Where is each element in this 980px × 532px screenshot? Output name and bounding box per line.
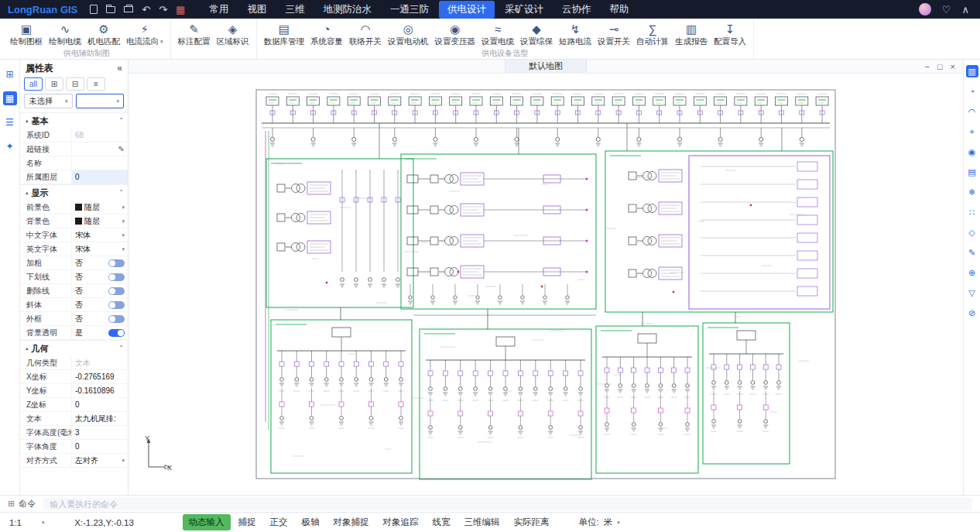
slash-icon[interactable]: ⊘ [966,307,978,319]
status-toggle-1[interactable]: 捕捉 [232,514,262,530]
locate-icon[interactable]: ⌖ [966,125,978,138]
open-folder-icon[interactable] [106,6,115,13]
property-value[interactable]: 是 [71,326,128,339]
property-value[interactable]: 随层▾ [71,215,128,228]
menu-tab-2[interactable]: 三维 [276,1,313,19]
property-value[interactable]: 否 [71,256,128,269]
add-circle-icon[interactable]: ⊕ [966,266,978,279]
menu-tab-0[interactable]: 常用 [200,1,237,19]
field-tab-icon[interactable]: ⊟ [66,77,84,91]
property-value[interactable]: -0.1610896 [71,384,128,397]
toggle-switch[interactable] [108,301,125,309]
cable-button[interactable]: ≈设置电缆 [478,21,517,48]
units-dropdown[interactable]: 单位: 米 ▾ [579,517,620,528]
property-value[interactable]: 否 [71,298,128,311]
print-icon[interactable] [124,6,133,12]
auto-calc-button[interactable]: ∑自动计算 [633,21,672,48]
edit-icon[interactable]: ✎ [118,145,125,153]
document-tab[interactable]: 默认地图 [505,60,587,74]
selection-dropdown[interactable]: 未选择 ▾ [24,94,73,108]
pages-icon[interactable]: ▥ [966,65,978,77]
maximize-icon[interactable]: □ [937,62,943,71]
property-value[interactable]: 3 [71,426,128,439]
form-tab-icon[interactable]: ⊞ [45,77,63,91]
property-value[interactable]: 宋体▾ [71,242,128,256]
property-value[interactable]: 否 [71,312,128,325]
transformer-button[interactable]: ◉设置变压器 [432,21,479,48]
section-header-1[interactable]: ▴显示ˆ [20,184,128,201]
command-input[interactable] [43,498,972,510]
property-value[interactable]: 太九机尾排: [71,412,128,425]
filter-dropdown[interactable]: ▾ [76,94,125,108]
collapse-panel-icon[interactable]: « [117,63,122,74]
pie-icon[interactable]: ◔ [966,85,978,98]
property-value[interactable]: 0 [71,440,128,453]
switch-button[interactable]: ⊸设置开关 [595,21,633,48]
status-toggle-7[interactable]: 三维编辑 [458,514,506,530]
motor-button[interactable]: ◎设置电动机 [385,21,432,48]
snowflake-icon[interactable]: ❄ [966,186,978,198]
property-value[interactable]: 否 [71,284,128,297]
toggle-switch[interactable] [108,287,125,295]
section-header-2[interactable]: ▴几何ˆ [20,340,128,356]
map-panel-icon[interactable]: ▦ [3,91,17,105]
gear-button[interactable]: ⚙机电匹配 [84,21,123,48]
palette-icon[interactable]: ▦ [176,5,185,15]
menu-tab-4[interactable]: 一通三防 [382,1,437,19]
menu-tab-5[interactable]: 供电设计 [439,1,495,19]
list-icon[interactable]: ☰ [3,115,17,129]
draw-cable-button[interactable]: ∿绘制电缆 [46,21,84,48]
status-toggle-5[interactable]: 对象追踪 [377,514,425,530]
menu-tab-7[interactable]: 云协作 [553,1,600,19]
menu-tab-8[interactable]: 帮助 [601,1,637,19]
property-value[interactable]: 否 [71,270,128,283]
import-button[interactable]: ↧配置导入 [711,21,749,48]
status-toggle-6[interactable]: 线宽 [427,514,457,530]
toggle-switch[interactable] [108,273,125,281]
record-icon[interactable]: ◉ [966,146,978,158]
status-toggle-3[interactable]: 极轴 [296,514,326,530]
status-toggle-4[interactable]: 对象捕捉 [327,514,375,530]
property-value[interactable]: 0 [71,170,128,184]
arc-icon[interactable]: ◠ [966,105,978,118]
property-value[interactable] [71,156,128,170]
layers-icon[interactable]: ▤ [966,166,978,178]
property-value[interactable]: 随层▾ [71,201,128,214]
new-file-icon[interactable] [90,5,98,14]
close-icon[interactable]: × [951,62,955,71]
property-value[interactable]: 0 [71,398,128,411]
undo-icon[interactable]: ↶ [142,5,150,15]
redo-icon[interactable]: ↷ [159,5,167,15]
edit-icon[interactable]: ✎ [966,246,978,259]
minimize-icon[interactable]: − [924,62,929,71]
props-tab-all[interactable]: all [24,77,43,91]
status-toggle-8[interactable]: 实际距离 [508,514,556,530]
toggle-switch[interactable] [108,329,125,337]
property-value[interactable]: ✎ [71,142,128,156]
zoom-dropdown[interactable]: 1:1 ▾ [0,518,54,527]
status-toggle-2[interactable]: 正交 [264,514,294,530]
filter-icon[interactable]: ▽ [966,287,978,299]
current-direction-button[interactable]: ⚡电流流向▾ [123,21,166,48]
layers-tab-icon[interactable]: ≡ [87,77,105,91]
link-icon[interactable]: ✦ [3,139,17,153]
toggle-switch[interactable] [108,259,125,267]
favorite-icon[interactable]: ♡ [942,4,951,15]
menu-tab-6[interactable]: 采矿设计 [496,1,552,19]
schematic-diagram[interactable] [255,89,836,480]
area-label-button[interactable]: ◈区域标识 [214,21,252,48]
status-toggle-0[interactable]: 动态输入 [183,514,231,530]
capacity-button[interactable]: ◔系统容量 [307,21,346,48]
drawing-canvas[interactable]: Y X [128,74,963,495]
menu-tab-1[interactable]: 视图 [238,1,275,19]
property-value[interactable]: -0.2765169 [71,370,128,383]
section-header-0[interactable]: ▴基本ˆ [20,112,128,129]
legend-icon[interactable]: ⊞ [3,67,17,81]
property-value[interactable]: 左对齐▾ [71,454,128,467]
property-value[interactable]: 宋体▾ [71,228,128,242]
short-circuit-button[interactable]: ↯短路电流 [556,21,595,48]
menu-tab-3[interactable]: 地测防治水 [314,1,380,19]
collapse-ribbon-icon[interactable]: ∧ [961,4,969,15]
report-button[interactable]: ▥生成报告 [672,21,711,48]
grid-icon[interactable]: ∷ [966,206,978,218]
